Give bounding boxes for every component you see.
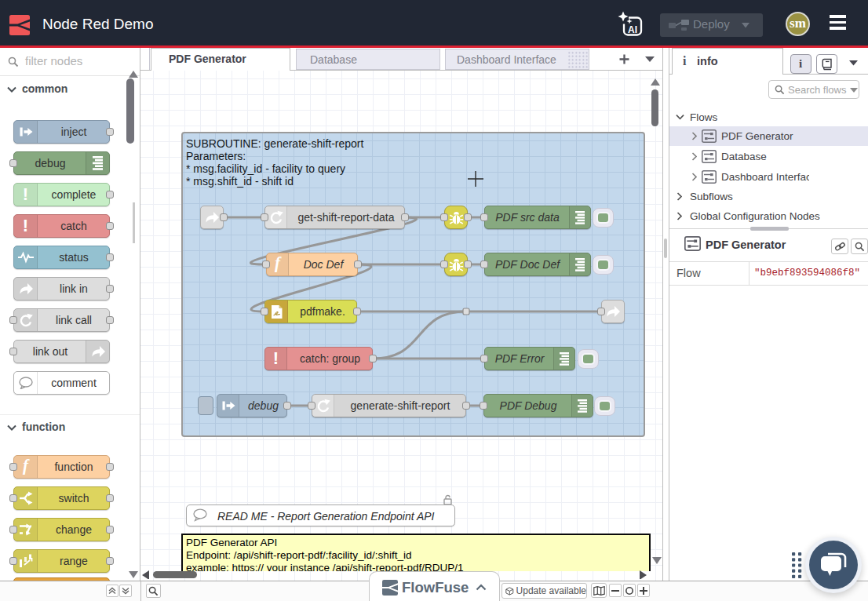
- svg-text:AI: AI: [628, 24, 637, 35]
